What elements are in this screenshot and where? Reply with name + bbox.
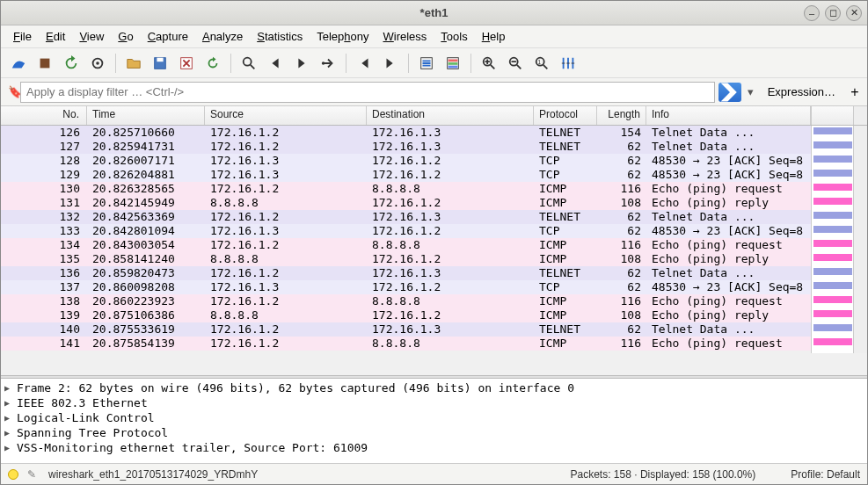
last-icon[interactable] — [378, 51, 403, 76]
find-icon[interactable] — [237, 51, 261, 76]
cell-len: 62 — [597, 266, 646, 280]
cell-info: Echo (ping) request — [646, 337, 811, 351]
svg-rect-10 — [449, 59, 458, 62]
tree-expand-icon[interactable]: ▶ — [4, 443, 17, 452]
menu-edit[interactable]: Edit — [40, 27, 70, 46]
packet-list-scrollbar[interactable] — [853, 126, 867, 353]
capture-comments-icon[interactable]: ✎ — [27, 468, 36, 481]
column-header-time[interactable]: Time — [87, 106, 205, 125]
cell-src: 172.16.1.2 — [205, 182, 367, 196]
packet-row[interactable]: 13120.8421459498.8.8.8172.16.1.2ICMP108E… — [1, 196, 811, 210]
next-icon[interactable] — [289, 51, 314, 76]
packet-row[interactable]: 14020.875533619172.16.1.2172.16.1.3TELNE… — [1, 322, 811, 337]
detail-tree-item[interactable]: ▶Spanning Tree Protocol — [4, 425, 864, 440]
tree-expand-icon[interactable]: ▶ — [4, 413, 17, 423]
column-header-length[interactable]: Length — [597, 106, 646, 125]
cell-src: 172.16.1.2 — [205, 140, 367, 154]
packet-row[interactable]: 14120.875854139172.16.1.28.8.8.8ICMP116E… — [1, 337, 811, 351]
packet-row[interactable]: 13420.843003054172.16.1.28.8.8.8ICMP116E… — [1, 238, 811, 252]
open-icon[interactable] — [121, 51, 146, 76]
packet-row[interactable]: 13520.8581412408.8.8.8172.16.1.2ICMP108E… — [1, 252, 811, 266]
cell-dst: 172.16.1.3 — [367, 140, 534, 154]
column-header-no[interactable]: No. — [1, 106, 87, 125]
packet-details-pane[interactable]: ▶Frame 2: 62 bytes on wire (496 bits), 6… — [1, 379, 867, 463]
cell-dst: 172.16.1.2 — [367, 224, 534, 238]
packet-list[interactable]: 12620.825710660172.16.1.2172.16.1.3TELNE… — [1, 126, 867, 375]
colorize-icon[interactable] — [441, 51, 465, 76]
column-header-info[interactable]: Info — [646, 106, 811, 125]
packet-row[interactable]: 12720.825941731172.16.1.2172.16.1.3TELNE… — [1, 140, 811, 154]
packet-row[interactable]: 13220.842563369172.16.1.2172.16.1.3TELNE… — [1, 210, 811, 224]
packet-row[interactable]: 13920.8751063868.8.8.8172.16.1.2ICMP108E… — [1, 308, 811, 322]
reload-icon[interactable] — [201, 51, 225, 76]
resize-cols-icon[interactable] — [556, 51, 580, 76]
packet-row[interactable]: 13820.860223923172.16.1.28.8.8.8ICMP116E… — [1, 294, 811, 308]
menu-analyze[interactable]: Analyze — [197, 27, 248, 46]
cell-no: 131 — [1, 196, 87, 210]
menu-go[interactable]: Go — [113, 27, 138, 46]
cell-info: 48530 → 23 [ACK] Seq=8 — [646, 224, 811, 238]
packet-row[interactable]: 12820.826007171172.16.1.3172.16.1.2TCP62… — [1, 154, 811, 168]
filter-expression-button[interactable]: Expression… — [761, 85, 842, 98]
column-header-dest[interactable]: Destination — [367, 106, 534, 125]
detail-label: Spanning Tree Protocol — [17, 426, 168, 439]
packet-minimap[interactable] — [811, 126, 853, 353]
svg-rect-32 — [813, 338, 852, 345]
prev-icon[interactable] — [263, 51, 288, 76]
bookmark-icon[interactable]: 🔖 — [4, 85, 17, 98]
detail-tree-item[interactable]: ▶VSS-Monitoring ethernet trailer, Source… — [4, 440, 864, 455]
menu-tools[interactable]: Tools — [435, 27, 472, 46]
menu-file[interactable]: File — [8, 27, 37, 46]
cell-info: Telnet Data ... — [646, 322, 811, 337]
detail-tree-item[interactable]: ▶Logical-Link Control — [4, 410, 864, 425]
maximize-button[interactable]: ◻ — [825, 5, 841, 21]
cell-time: 20.860098208 — [87, 280, 205, 294]
cell-time: 20.875854139 — [87, 337, 205, 351]
minimize-button[interactable]: – — [804, 5, 820, 21]
packet-row[interactable]: 12920.826204881172.16.1.3172.16.1.2TCP62… — [1, 168, 811, 182]
cell-info: Telnet Data ... — [646, 140, 811, 154]
options-icon[interactable] — [85, 51, 110, 76]
detail-tree-item[interactable]: ▶Frame 2: 62 bytes on wire (496 bits), 6… — [4, 380, 864, 395]
cell-no: 140 — [1, 322, 87, 337]
menu-wireless[interactable]: Wireless — [378, 27, 433, 46]
restart-icon[interactable] — [59, 51, 84, 76]
stop-icon[interactable] — [33, 51, 57, 76]
close-button[interactable]: ✕ — [846, 5, 862, 21]
menu-view[interactable]: View — [74, 27, 109, 46]
profile-label[interactable]: Profile: Default — [791, 468, 860, 481]
packet-row[interactable]: 13020.826328565172.16.1.28.8.8.8ICMP116E… — [1, 182, 811, 196]
save-icon[interactable] — [148, 51, 172, 76]
close-icon[interactable] — [174, 51, 199, 76]
detail-tree-item[interactable]: ▶IEEE 802.3 Ethernet — [4, 395, 864, 410]
zoom-in-icon[interactable] — [477, 51, 501, 76]
display-filter-input[interactable] — [20, 82, 715, 103]
goto-icon[interactable] — [316, 51, 340, 76]
packet-row[interactable]: 12620.825710660172.16.1.2172.16.1.3TELNE… — [1, 126, 811, 140]
tree-expand-icon[interactable]: ▶ — [4, 383, 17, 393]
zoom-reset-icon[interactable]: 1 — [529, 51, 554, 76]
packet-row[interactable]: 13320.842801094172.16.1.3172.16.1.2TCP62… — [1, 224, 811, 238]
menu-telephony[interactable]: Telephony — [311, 27, 374, 46]
column-header-protocol[interactable]: Protocol — [534, 106, 597, 125]
cell-proto: ICMP — [534, 308, 597, 322]
menu-help[interactable]: Help — [477, 27, 511, 46]
toolbar-separator — [408, 54, 409, 73]
column-header-source[interactable]: Source — [205, 106, 367, 125]
add-filter-button[interactable]: + — [846, 84, 864, 100]
tree-expand-icon[interactable]: ▶ — [4, 428, 17, 438]
first-icon[interactable] — [352, 51, 376, 76]
menu-capture[interactable]: Capture — [142, 27, 193, 46]
packet-row[interactable]: 13620.859820473172.16.1.2172.16.1.3TELNE… — [1, 266, 811, 280]
autoscroll-icon[interactable] — [414, 51, 439, 76]
filter-history-dropdown[interactable]: ▾ — [745, 85, 757, 98]
apply-filter-button[interactable] — [718, 83, 741, 102]
toolbar-separator — [230, 54, 231, 73]
shark-fin-icon[interactable] — [6, 51, 31, 76]
expert-info-led-icon[interactable] — [8, 469, 18, 480]
tree-expand-icon[interactable]: ▶ — [4, 398, 17, 408]
packet-row[interactable]: 13720.860098208172.16.1.3172.16.1.2TCP62… — [1, 280, 811, 294]
cell-time: 20.858141240 — [87, 252, 205, 266]
menu-statistics[interactable]: Statistics — [252, 27, 308, 46]
zoom-out-icon[interactable] — [503, 51, 528, 76]
